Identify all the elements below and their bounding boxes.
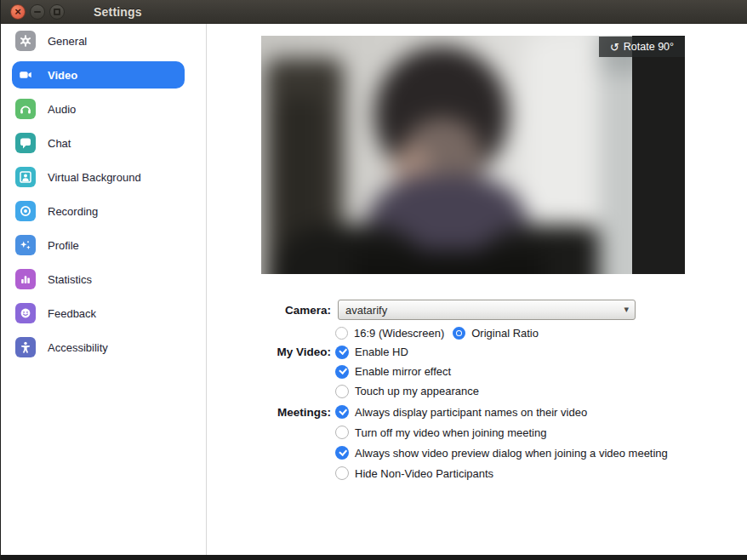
- sidebar-item-label: Feedback: [48, 307, 96, 320]
- headset-icon: [15, 99, 36, 119]
- sidebar-item-label: General: [48, 35, 87, 48]
- my-video-label: My Video:: [208, 346, 333, 358]
- checkbox-touch-up-appearance-label[interactable]: Touch up my appearance: [355, 385, 479, 397]
- close-icon: ×: [14, 6, 21, 17]
- camera-label: Camera:: [208, 304, 333, 317]
- window-title: Settings: [94, 5, 142, 19]
- sidebar-item-label: Accessibility: [48, 341, 108, 354]
- sidebar-item-label: Video: [48, 69, 77, 82]
- sidebar-item-feedback[interactable]: Feedback: [12, 300, 185, 327]
- sidebar-item-virtual-background[interactable]: Virtual Background: [12, 163, 185, 191]
- sidebar-item-audio[interactable]: Audio: [12, 95, 185, 123]
- sidebar-item-chat[interactable]: Chat: [12, 129, 185, 157]
- radio-original-ratio-label[interactable]: Original Ratio: [471, 327, 539, 340]
- minimize-icon: [34, 11, 41, 13]
- video-settings-form: Camera: avatarify ▾ 16:9 (Widescreen) Or…: [208, 299, 747, 483]
- sidebar-item-general[interactable]: General: [12, 27, 185, 54]
- checkbox-video-preview-dialog-label[interactable]: Always show video preview dialog when jo…: [355, 447, 668, 460]
- checkbox-display-participant-names-label[interactable]: Always display participant names on thei…: [355, 406, 587, 419]
- checkbox-enable-mirror-effect-label[interactable]: Enable mirror effect: [355, 365, 451, 378]
- chat-bubble-icon: [15, 133, 36, 153]
- close-button[interactable]: ×: [10, 4, 26, 20]
- gear-icon: [15, 31, 36, 51]
- record-icon: [15, 201, 36, 221]
- sidebar-item-label: Virtual Background: [48, 171, 141, 184]
- rotate-ccw-icon: ↺: [610, 42, 619, 53]
- accessibility-icon: [15, 337, 36, 357]
- checkbox-enable-hd-label[interactable]: Enable HD: [355, 346, 408, 358]
- content-pane: ↺ Rotate 90° Camera: avatarify ▾ 16:9 (W…: [208, 24, 747, 555]
- maximize-button[interactable]: [49, 4, 65, 20]
- checkbox-touch-up-appearance[interactable]: [335, 385, 349, 398]
- sidebar-item-accessibility[interactable]: Accessibility: [12, 334, 185, 361]
- sidebar-item-video[interactable]: Video: [12, 61, 185, 89]
- camera-select[interactable]: avatarify ▾: [338, 300, 636, 320]
- radio-original-ratio[interactable]: [453, 327, 465, 340]
- sidebar-item-label: Audio: [48, 103, 76, 116]
- maximize-icon: [54, 9, 60, 15]
- sidebar-item-label: Profile: [48, 239, 79, 252]
- virtual-background-icon: [15, 167, 36, 187]
- sidebar: General Video Audio Chat: [1, 24, 207, 555]
- sidebar-item-label: Chat: [48, 137, 71, 150]
- bar-chart-icon: [15, 269, 36, 289]
- sparkles-icon: [15, 235, 36, 255]
- smiley-icon: [15, 303, 36, 323]
- window-bottom-edge: [1, 555, 747, 560]
- checkbox-turn-off-video-joining-label[interactable]: Turn off my video when joining meeting: [355, 426, 546, 439]
- settings-window: × Settings General: [0, 0, 747, 560]
- sidebar-item-recording[interactable]: Recording: [12, 197, 185, 225]
- video-preview: ↺ Rotate 90°: [261, 36, 685, 274]
- radio-16-9-label[interactable]: 16:9 (Widescreen): [354, 327, 444, 340]
- titlebar: × Settings: [1, 0, 747, 24]
- checkbox-display-participant-names[interactable]: [335, 405, 349, 419]
- sidebar-item-profile[interactable]: Profile: [12, 231, 185, 259]
- chevron-down-icon: ▾: [624, 304, 629, 315]
- video-camera-icon: [15, 65, 36, 85]
- meetings-label: Meetings:: [208, 406, 333, 419]
- rotate-button-label: Rotate 90°: [624, 41, 674, 53]
- checkbox-enable-mirror-effect[interactable]: [335, 365, 349, 379]
- checkbox-video-preview-dialog[interactable]: [335, 446, 349, 460]
- camera-selected-value: avatarify: [345, 304, 387, 317]
- rotate-90-button[interactable]: ↺ Rotate 90°: [599, 37, 685, 57]
- checkbox-turn-off-video-joining[interactable]: [335, 426, 349, 439]
- sidebar-item-statistics[interactable]: Statistics: [12, 266, 185, 293]
- checkbox-hide-non-video-participants[interactable]: [335, 466, 349, 480]
- minimize-button[interactable]: [30, 4, 45, 20]
- checkbox-enable-hd[interactable]: [335, 346, 349, 359]
- video-letterbox: [632, 36, 685, 274]
- camera-feed-blurred: [261, 36, 666, 274]
- radio-16-9-widescreen[interactable]: [335, 327, 348, 340]
- sidebar-item-label: Recording: [48, 205, 98, 218]
- checkbox-hide-non-video-participants-label[interactable]: Hide Non-Video Participants: [355, 467, 493, 480]
- sidebar-item-label: Statistics: [48, 273, 92, 286]
